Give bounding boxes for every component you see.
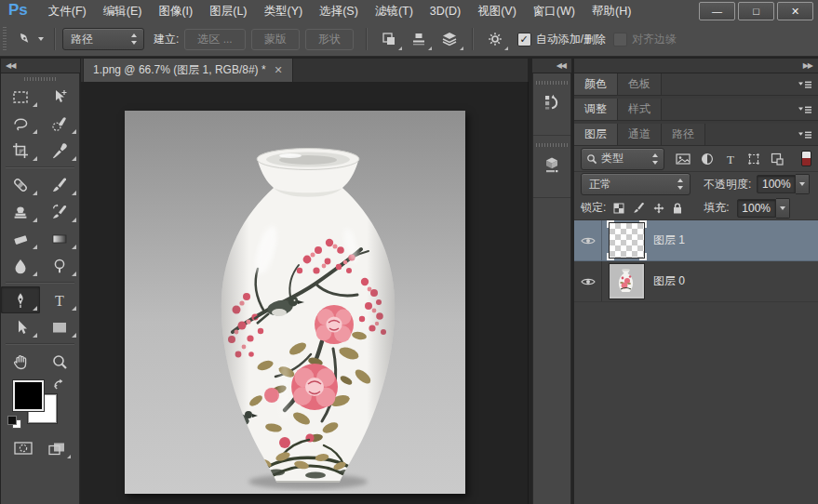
opacity-dropdown-button[interactable]	[796, 174, 810, 194]
layer-thumbnail-vase[interactable]	[609, 263, 645, 299]
path-alignment-button[interactable]	[407, 29, 431, 49]
filter-adjustment-layers-icon[interactable]	[701, 153, 714, 166]
tab-color[interactable]: 颜色	[574, 73, 618, 95]
layer-row-1[interactable]: 图层 1	[574, 220, 818, 261]
foreground-color-swatch[interactable]	[13, 380, 44, 411]
layer-visibility-toggle[interactable]	[574, 220, 602, 260]
tab-channels[interactable]: 通道	[618, 124, 662, 145]
separator	[54, 28, 56, 50]
tool-preset-picker[interactable]	[12, 28, 47, 50]
menu-bar: Ps 文件(F) 编辑(E) 图像(I) 图层(L) 类型(Y) 选择(S) 滤…	[0, 0, 818, 23]
layer-name[interactable]: 图层 1	[653, 232, 685, 248]
menu-layer[interactable]: 图层(L)	[201, 1, 255, 22]
tool-spot-healing-brush[interactable]	[1, 171, 40, 198]
layer-visibility-toggle[interactable]	[574, 261, 602, 301]
menu-help[interactable]: 帮助(H)	[583, 1, 639, 22]
tab-styles[interactable]: 样式	[618, 99, 662, 120]
path-arrangement-button[interactable]	[436, 29, 463, 49]
path-operations-button[interactable]	[377, 29, 401, 49]
swap-colors-icon[interactable]	[52, 378, 65, 390]
fill-value[interactable]: 100%	[737, 199, 776, 218]
opacity-value[interactable]: 100%	[757, 175, 796, 193]
dock-collapse-button[interactable]: ▶▶	[574, 59, 818, 73]
document-tab[interactable]: 1.png @ 66.7% (图层 1, RGB/8#) * ✕	[83, 59, 293, 82]
layer-thumbnail-transparent[interactable]	[609, 222, 645, 259]
tool-history-brush[interactable]	[40, 198, 79, 225]
menu-3d[interactable]: 3D(D)	[422, 1, 469, 22]
tool-crop[interactable]	[1, 137, 40, 164]
lock-all-button[interactable]	[672, 202, 683, 215]
menu-file[interactable]: 文件(F)	[40, 1, 95, 22]
panel-grip[interactable]	[536, 81, 568, 85]
tool-quick-selection[interactable]	[40, 110, 79, 137]
menu-select[interactable]: 选择(S)	[311, 1, 367, 22]
minimize-button[interactable]: —	[699, 2, 735, 20]
close-button[interactable]: ✕	[777, 2, 813, 20]
color-panel-menu-button[interactable]	[792, 73, 818, 95]
tab-adjustments[interactable]: 调整	[574, 99, 618, 120]
tool-brush[interactable]	[40, 171, 79, 198]
lock-position-button[interactable]	[653, 203, 664, 214]
fill-dropdown-button[interactable]	[776, 198, 790, 219]
tab-paths[interactable]: 路径	[662, 124, 705, 145]
tab-layers[interactable]: 图层	[574, 124, 618, 145]
tool-eyedropper[interactable]	[40, 137, 79, 164]
pen-options-gear-button[interactable]	[483, 29, 507, 49]
tab-swatches[interactable]: 色板	[618, 73, 662, 95]
toolbar-collapse-button[interactable]: ◀◀	[1, 59, 80, 73]
menu-filter[interactable]: 滤镜(T)	[367, 1, 422, 22]
document-image[interactable]	[125, 111, 465, 494]
make-selection-button[interactable]: 选区 ...	[184, 29, 245, 50]
menu-window[interactable]: 窗口(W)	[525, 1, 583, 22]
tool-horizontal-type[interactable]	[40, 286, 79, 313]
auto-add-delete-checkbox[interactable]: ✓	[517, 33, 531, 46]
tool-rectangle-shape[interactable]	[40, 313, 79, 340]
layer-filter-type-dropdown[interactable]: 类型	[581, 148, 664, 170]
tool-dodge[interactable]	[40, 252, 79, 279]
screen-mode-button[interactable]	[45, 440, 69, 458]
layers-panel-menu-button[interactable]	[792, 124, 818, 145]
tool-eraser[interactable]	[1, 225, 40, 252]
tool-rectangular-marquee[interactable]	[1, 83, 40, 110]
layer-filter-toggle[interactable]	[801, 151, 811, 166]
align-edges-checkbox[interactable]	[613, 33, 627, 46]
tool-gradient[interactable]	[40, 225, 79, 252]
3d-panel-button[interactable]	[533, 136, 570, 198]
layer-name[interactable]: 图层 0	[653, 273, 685, 289]
blend-mode-dropdown[interactable]: 正常	[581, 173, 691, 195]
tool-blur[interactable]	[1, 252, 40, 279]
maximize-button[interactable]: □	[738, 2, 774, 20]
tool-lasso[interactable]	[1, 110, 40, 137]
toolbar-grip[interactable]	[24, 77, 56, 81]
menu-type[interactable]: 类型(Y)	[256, 1, 312, 22]
tool-hand[interactable]	[1, 348, 40, 375]
gear-icon	[488, 32, 503, 46]
menu-view[interactable]: 视图(V)	[469, 1, 525, 22]
default-colors-icon[interactable]	[7, 416, 22, 429]
tool-clone-stamp[interactable]	[1, 198, 40, 225]
layer-row-0[interactable]: 图层 0	[574, 261, 818, 302]
tool-pen[interactable]	[1, 286, 40, 313]
filter-shape-layers-icon[interactable]	[747, 153, 760, 166]
filter-pixel-layers-icon[interactable]	[676, 153, 691, 166]
lock-pixels-button[interactable]	[632, 201, 646, 215]
tool-zoom[interactable]	[40, 348, 79, 375]
layers-panel: 类型 正常	[574, 146, 818, 504]
pen-mode-dropdown[interactable]: 路径	[62, 28, 144, 50]
tool-move[interactable]	[40, 83, 79, 110]
lock-transparency-button[interactable]	[613, 203, 624, 214]
menu-edit[interactable]: 编辑(E)	[95, 1, 151, 22]
quick-mask-button[interactable]	[11, 440, 35, 458]
history-panel-button[interactable]	[533, 73, 570, 136]
options-bar-grip[interactable]	[3, 27, 7, 51]
tab-close-icon[interactable]: ✕	[275, 65, 283, 75]
make-mask-button[interactable]: 蒙版	[251, 29, 300, 50]
menu-image[interactable]: 图像(I)	[150, 1, 201, 22]
tool-path-selection[interactable]	[1, 313, 40, 340]
filter-type-layers-icon[interactable]	[724, 153, 737, 166]
adjustments-panel-menu-button[interactable]	[792, 99, 818, 120]
make-shape-button[interactable]: 形状	[305, 29, 354, 50]
panel-grip[interactable]	[536, 143, 568, 147]
filter-smart-object-icon[interactable]	[771, 153, 784, 166]
strip-expand-button[interactable]: ◀◀	[532, 59, 571, 73]
